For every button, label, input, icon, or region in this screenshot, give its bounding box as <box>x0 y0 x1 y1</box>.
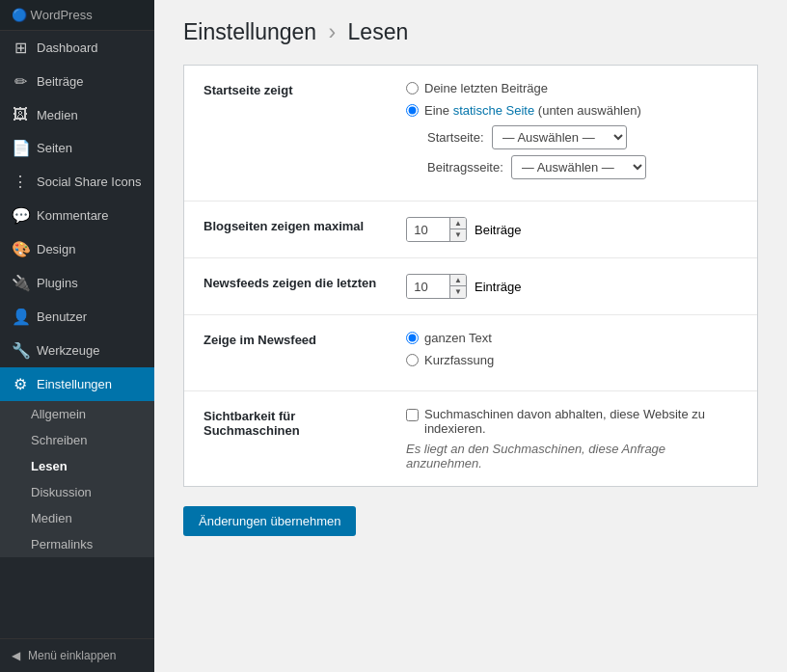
sichtbarkeit-checkbox[interactable] <box>406 409 419 421</box>
submenu-diskussion[interactable]: Diskussion <box>0 479 154 505</box>
sidebar-item-label: Beiträge <box>37 74 83 89</box>
einstellungen-icon: ⚙ <box>12 375 29 393</box>
submenu-lesen[interactable]: Lesen <box>0 453 154 479</box>
newsfeeds-input[interactable]: 10 <box>407 276 449 298</box>
kommentare-icon: 💬 <box>12 206 29 225</box>
wp-logo: 🔵 WordPress <box>12 8 93 22</box>
beitragsseite-select-label: Beitragsseite: <box>427 160 503 175</box>
einstellungen-submenu: Allgemein Schreiben Lesen Diskussion Med… <box>0 401 154 557</box>
beitraege-icon: ✏ <box>12 72 29 91</box>
startseite-row: Startseite zeigt Deine letzten Beiträge … <box>184 66 757 202</box>
werkzeuge-icon: 🔧 <box>12 341 29 360</box>
main-content: Einstellungen › Lesen Startseite zeigt D… <box>154 0 787 672</box>
page-title: Einstellungen › Lesen <box>183 19 758 45</box>
radio-statisch: Eine statische Seite (unten auswählen) <box>406 103 738 118</box>
sidebar-item-label: Design <box>37 242 75 256</box>
sidebar: 🔵 WordPress ⊞ Dashboard ✏ Beiträge 🖼 Med… <box>0 0 154 672</box>
sidebar-header: 🔵 WordPress <box>0 0 154 31</box>
newsfeeds-row: Newsfeeds zeigen die letzten 10 ▲ ▼ Eint… <box>184 258 757 315</box>
sichtbarkeit-checkbox-option: Suchmaschinen davon abhalten, diese Webs… <box>406 407 738 436</box>
newsfeed-inhalt-control: ganzen Text Kurzfassung <box>406 331 738 375</box>
startseite-select-label: Startseite: <box>427 130 484 145</box>
submenu-permalinks[interactable]: Permalinks <box>0 531 154 557</box>
menu-collapse-button[interactable]: ◀ Menü einklappen <box>0 638 154 672</box>
beitragsseite-select-row: Beitragsseite: — Auswählen — <box>427 155 738 179</box>
sidebar-item-beitraege[interactable]: ✏ Beiträge <box>0 65 154 98</box>
radio-ganzer-text: ganzen Text <box>406 331 738 345</box>
benutzer-icon: 👤 <box>12 308 29 326</box>
sidebar-item-benutzer[interactable]: 👤 Benutzer <box>0 300 154 334</box>
blogseiten-control: 10 ▲ ▼ Beiträge <box>406 217 738 242</box>
sidebar-item-seiten[interactable]: 📄 Seiten <box>0 131 154 165</box>
newsfeeds-down[interactable]: ▼ <box>450 286 466 298</box>
medien-icon: 🖼 <box>12 106 29 123</box>
radio-statisch-label: Eine statische Seite (unten auswählen) <box>424 103 641 118</box>
newsfeeds-label: Newsfeeds zeigen die letzten <box>204 274 406 290</box>
newsfeed-inhalt-label: Zeige im Newsfeed <box>204 331 406 347</box>
sidebar-item-label: Kommentare <box>37 208 108 223</box>
radio-letzte-label[interactable]: Deine letzten Beiträge <box>424 81 548 95</box>
sidebar-item-werkzeuge[interactable]: 🔧 Werkzeuge <box>0 334 154 367</box>
radio-kurz-label[interactable]: Kurzfassung <box>424 353 494 367</box>
submenu-medien[interactable]: Medien <box>0 505 154 531</box>
submenu-schreiben[interactable]: Schreiben <box>0 427 154 453</box>
sidebar-item-label: Plugins <box>37 276 78 290</box>
newsfeeds-input-group: 10 ▲ ▼ <box>406 274 467 299</box>
submenu-allgemein[interactable]: Allgemein <box>0 401 154 427</box>
sichtbarkeit-row: Sichtbarkeit für Suchmaschinen Suchmasch… <box>184 391 757 486</box>
submit-button[interactable]: Änderungen übernehmen <box>183 506 356 536</box>
sidebar-item-einstellungen[interactable]: ⚙ Einstellungen <box>0 367 154 401</box>
blogseiten-label: Blogseiten zeigen maximal <box>204 217 406 233</box>
startseite-select-row: Startseite: — Auswählen — <box>427 125 738 149</box>
sidebar-item-social-share-icons[interactable]: ⋮ Social Share Icons <box>0 165 154 199</box>
sidebar-item-label: Einstellungen <box>37 377 112 391</box>
blogseiten-down[interactable]: ▼ <box>450 229 466 241</box>
sichtbarkeit-control: Suchmaschinen davon abhalten, diese Webs… <box>406 407 738 470</box>
startseite-label: Startseite zeigt <box>204 81 406 97</box>
blogseiten-up[interactable]: ▲ <box>450 218 466 229</box>
startseite-control: Deine letzten Beiträge Eine statische Se… <box>406 81 738 185</box>
newsfeeds-suffix: Einträge <box>475 280 521 294</box>
sidebar-item-label: Werkzeuge <box>37 343 100 358</box>
radio-letzte-beitraege: Deine letzten Beiträge <box>406 81 738 95</box>
sidebar-item-label: Seiten <box>37 141 72 155</box>
blogseiten-row: Blogseiten zeigen maximal 10 ▲ ▼ Beiträg… <box>184 202 757 258</box>
newsfeed-inhalt-row: Zeige im Newsfeed ganzen Text Kurzfassun… <box>184 315 757 391</box>
collapse-label: Menü einklappen <box>28 649 116 662</box>
sidebar-item-design[interactable]: 🎨 Design <box>0 232 154 266</box>
collapse-icon: ◀ <box>12 649 20 662</box>
radio-letzte-input[interactable] <box>406 82 419 94</box>
sichtbarkeit-checkbox-label[interactable]: Suchmaschinen davon abhalten, diese Webs… <box>424 407 738 436</box>
sidebar-item-kommentare[interactable]: 💬 Kommentare <box>0 199 154 232</box>
dashboard-icon: ⊞ <box>12 39 29 57</box>
seiten-icon: 📄 <box>12 139 29 157</box>
sidebar-item-label: Benutzer <box>37 309 87 324</box>
blogseiten-input-group: 10 ▲ ▼ <box>406 217 467 242</box>
radio-kurz-input[interactable] <box>406 354 419 366</box>
breadcrumb-separator: › <box>329 19 337 44</box>
settings-form: Startseite zeigt Deine letzten Beiträge … <box>183 65 758 487</box>
radio-kurzfassung: Kurzfassung <box>406 353 738 367</box>
sidebar-item-label: Social Share Icons <box>37 175 141 189</box>
sichtbarkeit-label: Sichtbarkeit für Suchmaschinen <box>204 407 406 438</box>
sidebar-item-label: Dashboard <box>37 40 98 55</box>
social-icon: ⋮ <box>12 173 29 191</box>
sichtbarkeit-note: Es liegt an den Suchmaschinen, diese Anf… <box>406 442 738 470</box>
beitragsseite-select[interactable]: — Auswählen — <box>511 155 646 179</box>
sidebar-item-label: Medien <box>37 108 78 122</box>
blogseiten-input[interactable]: 10 <box>407 219 449 241</box>
radio-ganzer-input[interactable] <box>406 332 419 344</box>
startseite-select[interactable]: — Auswählen — <box>492 125 627 149</box>
newsfeeds-up[interactable]: ▲ <box>450 275 466 286</box>
radio-statisch-input[interactable] <box>406 104 419 117</box>
sidebar-item-dashboard[interactable]: ⊞ Dashboard <box>0 31 154 65</box>
design-icon: 🎨 <box>12 240 29 258</box>
sidebar-item-medien[interactable]: 🖼 Medien <box>0 98 154 131</box>
radio-ganzer-label[interactable]: ganzen Text <box>424 331 492 345</box>
sidebar-item-plugins[interactable]: 🔌 Plugins <box>0 266 154 300</box>
newsfeeds-control: 10 ▲ ▼ Einträge <box>406 274 738 299</box>
blogseiten-suffix: Beiträge <box>475 223 521 237</box>
submit-section: Änderungen übernehmen <box>183 506 758 536</box>
statische-seite-link[interactable]: statische Seite <box>453 103 535 118</box>
newsfeeds-spinners: ▲ ▼ <box>449 275 466 298</box>
